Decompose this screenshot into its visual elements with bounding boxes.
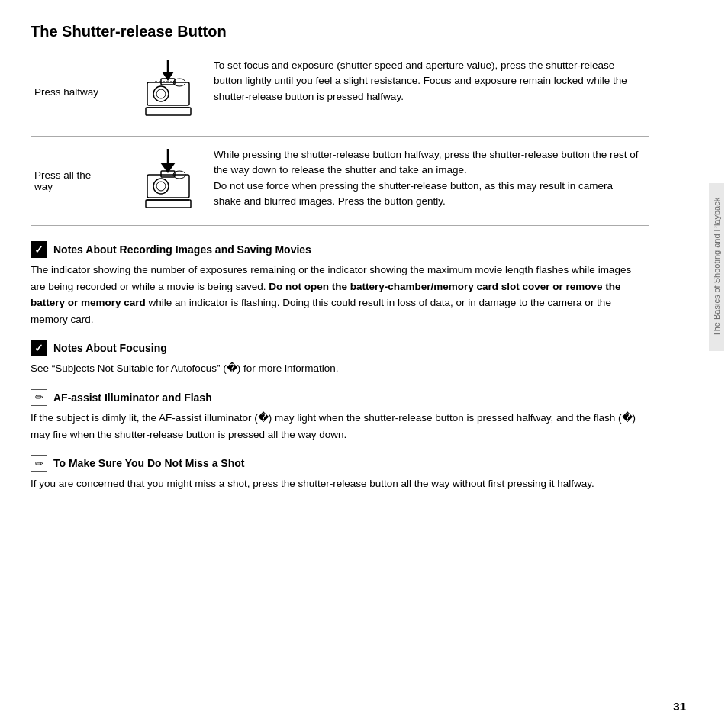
notes-af-assist: AF-assist Illuminator and Flash If the s… [31, 389, 649, 443]
pencil-icon-2 [31, 455, 47, 472]
notes-miss-title: To Make Sure You Do Not Miss a Shot [53, 457, 244, 469]
check-icon-2 [31, 340, 47, 356]
camera-image-half [130, 47, 206, 137]
table-row: Press halfway [31, 47, 649, 137]
row-description-full: While pressing the shutter-release butto… [206, 137, 649, 226]
row-label-full: Press all theway [31, 137, 130, 226]
camera-image-full [130, 137, 206, 226]
notes-miss-body: If you are concerned that you might miss… [31, 475, 649, 492]
pencil-icon [31, 389, 47, 406]
side-label: The Basics of Shooting and Playback [709, 183, 724, 351]
check-icon [31, 241, 47, 258]
notes-focusing: Notes About Focusing See “Subjects Not S… [31, 340, 649, 377]
shutter-table: Press halfway [31, 47, 649, 226]
notes-focusing-header: Notes About Focusing [31, 340, 649, 356]
notes-af-title: AF-assist Illuminator and Flash [53, 391, 212, 404]
notes-focusing-title: Notes About Focusing [53, 342, 167, 354]
notes-miss-header: To Make Sure You Do Not Miss a Shot [31, 455, 649, 472]
svg-point-17 [153, 179, 169, 194]
svg-point-18 [156, 182, 166, 191]
notes-recording-title: Notes About Recording Images and Saving … [53, 243, 311, 256]
svg-rect-5 [146, 108, 191, 115]
row-label: Press halfway [31, 47, 130, 137]
page-number: 31 [673, 700, 686, 713]
page-title: The Shutter-release Button [31, 23, 649, 47]
svg-point-7 [153, 86, 169, 101]
svg-marker-11 [160, 163, 176, 173]
notes-recording: Notes About Recording Images and Saving … [31, 241, 649, 327]
notes-recording-body: The indicator showing the number of expo… [31, 262, 649, 327]
notes-miss-shot: To Make Sure You Do Not Miss a Shot If y… [31, 455, 649, 492]
notes-af-body: If the subject is dimly lit, the AF-assi… [31, 410, 649, 443]
notes-focusing-body: See “Subjects Not Suitable for Autofocus… [31, 360, 649, 377]
svg-marker-1 [162, 72, 174, 81]
svg-point-8 [156, 89, 166, 98]
table-row: Press all theway [31, 137, 649, 226]
notes-af-header: AF-assist Illuminator and Flash [31, 389, 649, 406]
notes-recording-header: Notes About Recording Images and Saving … [31, 241, 649, 258]
side-label-wrapper: The Basics of Shooting and Playback [705, 153, 728, 382]
row-description-half: To set focus and exposure (shutter speed… [206, 47, 649, 137]
svg-rect-15 [146, 200, 191, 208]
